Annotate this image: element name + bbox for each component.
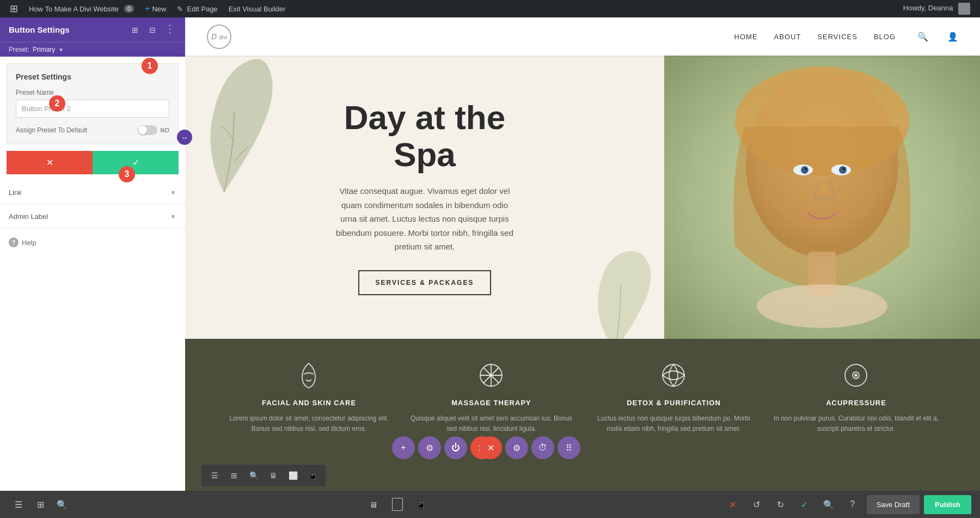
facial-icon — [294, 361, 324, 391]
hero-section: Day at the Spa Vitae consequat augue. Vi… — [185, 56, 980, 339]
toggle-track[interactable] — [138, 125, 157, 135]
nav-about[interactable]: ABOUT — [774, 33, 801, 41]
publish-button[interactable]: Publish — [924, 495, 971, 514]
exit-builder-item[interactable]: Exit Visual Builder — [223, 0, 291, 17]
edit-page-item[interactable]: ✎ Edit Page — [171, 0, 223, 17]
edit-pen-icon: ✎ — [177, 5, 183, 13]
toolbar-menu-icon: ☰ — [15, 499, 22, 510]
float-close-icon: ✕ — [487, 443, 494, 453]
service-detox-title: DETOX & PURIFICATION — [627, 399, 721, 407]
site-header: D divi HOME ABOUT SERVICES BLOG 🔍 👤 — [185, 17, 980, 56]
svg-point-8 — [843, 168, 846, 170]
toolbar-left: ☰ ⊞ 🔍 — [0, 495, 81, 514]
module-desktop-btn[interactable]: 🖥 — [265, 467, 282, 484]
toolbar-help-button[interactable]: ? — [843, 495, 862, 514]
avatar — [958, 3, 970, 15]
toolbar-mobile-button[interactable]: 📱 — [412, 495, 431, 514]
module-mobile-btn[interactable]: 📱 — [304, 467, 321, 484]
panel-more-icon[interactable]: ··· — [164, 23, 176, 36]
module-mobile-icon: 📱 — [308, 471, 317, 480]
site-name-item[interactable]: How To Make A Divi Website 0 — [23, 0, 139, 17]
preset-settings-title: Preset Settings — [16, 72, 169, 81]
module-tablet-btn[interactable]: ⬜ — [284, 467, 302, 484]
hero-left: Day at the Spa Vitae consequat augue. Vi… — [185, 56, 664, 339]
help-circle-icon: ? — [9, 237, 19, 247]
module-toolbar: ☰ ⊞ 🔍 🖥 ⬜ 📱 — [201, 465, 326, 486]
edit-page-label: Edit Page — [187, 5, 217, 13]
module-tablet-icon: ⬜ — [289, 471, 298, 480]
panel-title: Button Settings — [9, 25, 70, 34]
toolbar-grid-icon: ⊞ — [37, 499, 44, 510]
toolbar-redo-button[interactable]: ↻ — [771, 495, 791, 514]
link-label: Link — [9, 188, 22, 197]
preset-dropdown-arrow[interactable]: ▼ — [58, 47, 64, 53]
toolbar-search2-button[interactable]: 🔍 — [819, 495, 838, 514]
hero-portrait — [664, 56, 980, 339]
help-section[interactable]: ? Help — [0, 229, 185, 256]
nav-services[interactable]: SERVICES — [817, 33, 857, 41]
service-acupressure-desc: In non pulvinar purus. Curabitur nisi od… — [773, 413, 939, 434]
svg-point-15 — [855, 374, 857, 376]
new-item[interactable]: + New — [139, 0, 171, 17]
svg-point-7 — [805, 168, 807, 170]
column-drag-handle[interactable]: ↔ — [177, 130, 192, 145]
toolbar-tablet-button[interactable] — [388, 495, 407, 514]
float-gear-button[interactable]: ⚙ — [505, 436, 528, 459]
float-add-button[interactable]: + — [392, 436, 415, 459]
float-power-button[interactable]: ⏻ — [444, 436, 467, 459]
toolbar-search-icon: 🔍 — [57, 499, 68, 510]
admin-label-arrow-icon: ▼ — [170, 213, 176, 221]
toolbar-desktop-button[interactable]: 🖥 — [364, 495, 383, 514]
float-btn-group-add: + ⚙ ⏻ 🗑 — [392, 436, 493, 459]
logo-text: D divi — [211, 32, 227, 41]
toolbar-grid-button[interactable]: ⊞ — [30, 495, 50, 514]
nav-search-icon[interactable]: 🔍 — [917, 32, 928, 42]
preset-settings-container: Preset Settings Preset Name Assign Prese… — [0, 63, 185, 144]
module-search-btn[interactable]: 🔍 — [245, 467, 262, 484]
toolbar-menu-button[interactable]: ☰ — [9, 495, 28, 514]
nav-blog[interactable]: BLOG — [874, 33, 896, 41]
save-draft-button[interactable]: Save Draft — [867, 495, 920, 514]
float-close-button[interactable]: ✕ — [479, 436, 502, 459]
toolbar-tablet-icon — [392, 498, 403, 511]
assign-preset-toggle[interactable]: NO — [138, 125, 170, 135]
service-massage-desc: Quisque aliquet velit sit amet sem accum… — [408, 413, 574, 434]
svg-point-6 — [839, 166, 847, 174]
site-name-text: How To Make A Divi Website — [29, 5, 119, 13]
float-power-icon: ⏻ — [451, 443, 460, 453]
hero-description: Vitae consequat augue. Vivamus eget dolo… — [332, 184, 517, 254]
float-settings-button[interactable]: ⚙ — [418, 436, 441, 459]
preset-name-input[interactable] — [16, 100, 169, 118]
service-facial-title: FACIAL AND SKIN CARE — [262, 399, 356, 407]
help-label: Help — [22, 239, 36, 247]
link-section[interactable]: Link ▼ — [0, 181, 185, 205]
float-move-button[interactable]: ⠿ — [558, 436, 580, 459]
logo-circle: D divi — [207, 25, 231, 49]
toolbar-undo-button[interactable]: ↺ — [747, 495, 767, 514]
panel-layout-icon[interactable]: ⊟ — [146, 26, 159, 34]
preset-confirm-button[interactable]: ✓ — [93, 151, 179, 174]
toggle-label: NO — [161, 127, 170, 133]
panel-window-icon[interactable]: ⊞ — [128, 26, 142, 34]
module-menu-btn[interactable]: ☰ — [206, 467, 223, 484]
wp-logo-item[interactable]: ⊞ — [4, 0, 23, 17]
preset-cancel-button[interactable]: ✕ — [7, 151, 93, 174]
toolbar-close-button[interactable]: ✕ — [723, 495, 743, 514]
service-acupressure: ACUPRESSURE In non pulvinar purus. Curab… — [765, 361, 947, 434]
toolbar-check-button[interactable]: ✓ — [795, 495, 814, 514]
module-grid-btn[interactable]: ⊞ — [225, 467, 243, 484]
nav-user-icon[interactable]: 👤 — [947, 32, 958, 42]
service-facial-desc: Lorem ipsum dolor sit amet, consectetur … — [226, 413, 392, 434]
service-facial: FACIAL AND SKIN CARE Lorem ipsum dolor s… — [218, 361, 400, 434]
float-clock-button[interactable]: ⏱ — [531, 436, 554, 459]
nav-home[interactable]: HOME — [734, 33, 758, 41]
svg-point-10 — [757, 284, 887, 328]
preset-name[interactable]: Primary — [33, 46, 55, 53]
panel-preset-row: Preset: Primary ▼ — [0, 42, 185, 57]
wp-logo-icon: ⊞ — [10, 3, 18, 15]
hero-cta-button[interactable]: SERVICES & PACKAGES — [358, 270, 492, 295]
massage-icon — [476, 361, 506, 391]
admin-label-section[interactable]: Admin Label ▼ — [0, 205, 185, 229]
toolbar-search-button[interactable]: 🔍 — [52, 495, 72, 514]
toolbar-undo-icon: ↺ — [753, 499, 760, 510]
